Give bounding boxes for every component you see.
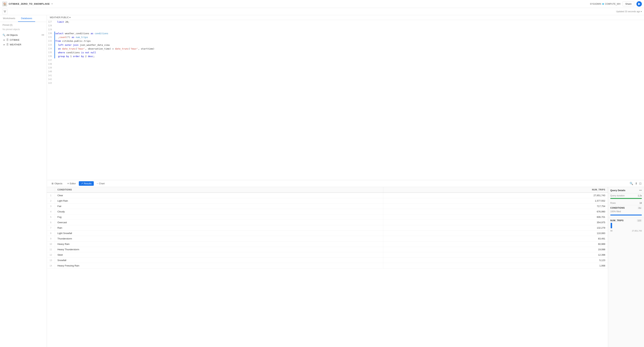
rows-value: 18 — [640, 202, 642, 204]
mini-bar-1 — [611, 223, 612, 228]
row-num-cell: 10 — [47, 241, 55, 247]
conditions-cell: Thunderstorm — [55, 236, 383, 241]
code-editor[interactable]: 127 limit 20; 128 129 130 select weather… — [47, 20, 644, 180]
row-num-cell: 8 — [47, 231, 55, 236]
run-button[interactable] — [636, 1, 642, 7]
num-trips-cell: 27,651,743 — [383, 193, 608, 198]
filter-button[interactable] — [2, 9, 8, 14]
table-row: 9 Thunderstorm 83,491 — [47, 236, 608, 241]
row-num-cell: 1 — [47, 193, 55, 198]
tab-chart-button[interactable]: ~ Chart — [94, 181, 107, 186]
query-duration-value: 1.2s — [638, 194, 642, 197]
conditions-cell: Light Rain — [55, 198, 383, 204]
sidebar-item-citibike[interactable]: ▶ 🗄 CITIBIKE — [0, 37, 47, 42]
query-details-title: Query Details — [610, 189, 626, 192]
row-num-cell: 4 — [47, 209, 55, 214]
tab-databases[interactable]: Databases — [18, 15, 35, 22]
expand-button[interactable]: ⊡ — [639, 182, 642, 185]
code-line-143: 143 — [47, 81, 644, 85]
table-row: 3 Fair 717,754 — [47, 204, 608, 209]
citibike-label: CITIBIKE — [10, 38, 20, 41]
col-header-conditions: CONDITIONS — [55, 187, 383, 193]
tab-worksheets[interactable]: Worksheets — [0, 15, 18, 22]
code-line-135: 135 where conditions is not null — [47, 51, 644, 54]
sidebar-item-weather[interactable]: ▶ 🗄 WEATHER — [0, 42, 47, 47]
num-trips-cell: 83,491 — [383, 236, 608, 241]
sidebar: Worksheets Databases Pinned (0) No pinne… — [0, 15, 47, 347]
num-trips-range: 98 27,651,743 — [608, 230, 644, 233]
results-table-wrap: CONDITIONS NUM_TRIPS 1 Clear 27,651,743 … — [47, 187, 608, 347]
code-line-127: 127 limit 20; — [47, 20, 644, 24]
num-trips-cell: 676,990 — [383, 209, 608, 214]
conditions-cell: Snowfall — [55, 258, 383, 263]
user-info: SYSADMIN COMPUTE_WH — [590, 3, 620, 5]
tab-objects-button[interactable]: ⊞ Objects — [50, 181, 64, 186]
num-trips-cell: 110,083 — [383, 231, 608, 236]
table-row: 4 Cloudy 676,990 — [47, 209, 608, 214]
conditions-cell: Sleet — [55, 252, 383, 258]
share-button[interactable]: Share — [622, 1, 634, 6]
num-trips-max: 27,651,743 — [632, 230, 642, 232]
conditions-cell: Heavy Thunderstorm — [55, 247, 383, 252]
results-table: CONDITIONS NUM_TRIPS 1 Clear 27,651,743 … — [47, 187, 608, 269]
tab-toolbar-right: 🔍 ⬇ ⊡ — [630, 182, 642, 185]
title-dropdown-icon[interactable]: ▾ — [52, 3, 53, 5]
citibike-db-icon: 🗄 — [6, 38, 9, 41]
row-num-cell: 13 — [47, 258, 55, 263]
code-line-137: 137 — [47, 58, 644, 62]
conditions-filled-text: 100% filled — [608, 210, 644, 214]
num-trips-section-title: NUM_TRIPS — [610, 219, 624, 222]
num-trips-cell: 1,577,552 — [383, 198, 608, 204]
code-line-128: 128 — [47, 24, 644, 27]
code-line-132: 132 from citibike.public.trips — [47, 39, 644, 43]
objects-tab-icon: ⊞ — [52, 182, 54, 185]
tab-editor-button[interactable]: ≡ Editor — [65, 181, 78, 186]
num-trips-cell: 5,123 — [383, 258, 608, 263]
query-details-header: Query Details ••• — [608, 187, 644, 193]
row-num-cell: 2 — [47, 198, 55, 204]
search-icon: 🔍 — [2, 34, 6, 36]
query-details-more-icon[interactable]: ••• — [639, 189, 642, 192]
rows-row: Rows 18 — [608, 201, 644, 205]
schema-label[interactable]: WEATHER.PUBLIC ▾ — [50, 16, 70, 19]
bottom-tab-bar: ⊞ Objects ≡ Editor ↗ Results ~ Chart 🔍 ⬇… — [47, 180, 644, 187]
table-row: 8 Light Snowfall 110,083 — [47, 231, 608, 236]
duration-bar-fill — [610, 198, 642, 199]
table-row: 5 Fog 606,701 — [47, 214, 608, 220]
table-row: 1 Clear 27,651,743 — [47, 193, 608, 198]
nav-left: 🏠 CITIBIKE_ZERO_TO_SNOWFLAKE ▾ — [2, 1, 53, 6]
conditions-section-title: CONDITIONS — [610, 207, 625, 209]
num-trips-cell: 12,398 — [383, 252, 608, 258]
top-navigation: 🏠 CITIBIKE_ZERO_TO_SNOWFLAKE ▾ SYSADMIN … — [0, 0, 644, 8]
table-header-row: CONDITIONS NUM_TRIPS — [47, 187, 608, 193]
table-row: 12 Sleet 12,398 — [47, 252, 608, 258]
svg-marker-0 — [638, 3, 640, 5]
chart-tab-icon: ~ — [97, 182, 98, 185]
tab-results-button[interactable]: ↗ Results — [79, 181, 94, 186]
all-objects-more-icon[interactable]: ••• — [42, 33, 44, 36]
col-header-row-num — [47, 187, 55, 193]
weather-db-icon: 🗄 — [6, 43, 9, 46]
num-trips-cell: 19,088 — [383, 247, 608, 252]
row-num-cell: 3 — [47, 204, 55, 209]
conditions-cell: Fog — [55, 214, 383, 220]
conditions-bar-fill — [610, 215, 642, 216]
query-duration-bar — [608, 197, 644, 201]
citibike-chevron-icon: ▶ — [4, 39, 5, 41]
search-results-button[interactable]: 🔍 — [630, 182, 633, 185]
results-tab-icon: ↗ — [81, 182, 83, 185]
app-title: CITIBIKE_ZERO_TO_SNOWFLAKE — [9, 2, 50, 5]
row-num-cell: 6 — [47, 220, 55, 225]
content-area: WEATHER.PUBLIC ▾ 127 limit 20; 128 129 1… — [47, 15, 644, 347]
updated-timestamp: Updated 33 seconds ago ▾ — [616, 10, 642, 13]
download-button[interactable]: ⬇ — [635, 182, 637, 185]
results-area: CONDITIONS NUM_TRIPS 1 Clear 27,651,743 … — [47, 187, 644, 347]
all-objects-row[interactable]: 🔍 All Objects ••• — [0, 32, 47, 37]
table-row: 11 Heavy Thunderstorm 19,088 — [47, 247, 608, 252]
num-trips-cell: 60,989 — [383, 241, 608, 247]
table-row: 7 Rain 132,279 — [47, 225, 608, 231]
pinned-title: Pinned (0) — [2, 24, 44, 26]
conditions-fill-bar — [608, 214, 644, 217]
code-line-133: 133 left outer join json_weather_data_vi… — [47, 43, 644, 47]
pinned-section: Pinned (0) — [0, 22, 47, 28]
